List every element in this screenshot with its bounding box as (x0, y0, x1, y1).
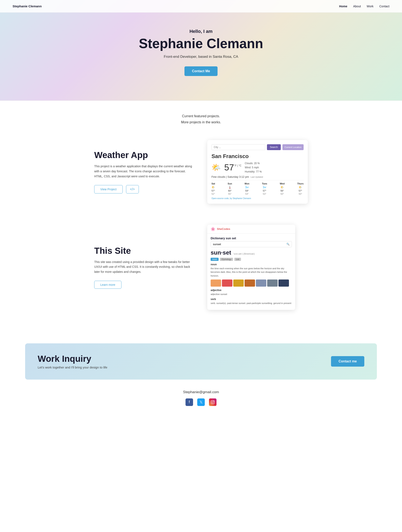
weather-buttons: View Project </> (94, 185, 195, 193)
dict-img-1 (211, 279, 221, 287)
forecast-tues: Tues 🌬️ 57° 53° (262, 182, 267, 195)
weather-mockup-card: Search Current Location San Francisco 🌤️… (207, 140, 308, 204)
dict-tag-list: List (234, 258, 241, 261)
dict-def-noun: the time each evening when the sun goes … (211, 267, 292, 278)
weather-search-row: Search Current Location (211, 144, 304, 150)
forecast-sun: Sun 🌡️ 60° 55° (228, 182, 232, 195)
this-site-title: This Site (94, 246, 195, 256)
dict-title: Dictionary sun set (211, 237, 292, 240)
twitter-icon[interactable]: 𝕏 (197, 399, 205, 406)
weather-forecast: Sat 🌤️ 57° 52° Sun 🌡️ 60° 55° Mon 🌬️ 59°… (211, 182, 304, 195)
nav-logo[interactable]: Stephanie Clemann (13, 4, 42, 8)
dict-search-icon: 🔍 (284, 241, 292, 247)
weather-app-section: Weather App This project is a weather ap… (86, 132, 316, 212)
contact-hero-button[interactable]: Contact Me (185, 66, 217, 76)
dict-word-big: sun·set (211, 249, 231, 256)
navbar: Stephanie Clemann Home About Work Contac… (0, 0, 402, 13)
nav-contact[interactable]: Contact (379, 5, 389, 8)
dict-logo-icon: 🌸 (211, 227, 215, 231)
weather-clouds: Clouds: 20 % (245, 161, 262, 165)
weather-icon: 🌤️ (211, 163, 221, 172)
dict-img-2 (222, 279, 232, 287)
this-site-desc: This site was created using a provided d… (94, 260, 195, 274)
inquiry-title: Work Inquiry (38, 354, 107, 364)
dict-pos-adj: adjective (211, 289, 292, 292)
hero-subtitle: Front-end Developer, based in Santa Rosa… (164, 55, 238, 59)
dict-mockup-wrap: 🌸 SheCodes Dictionary sun set 🔍 sun·set … (207, 225, 308, 310)
dict-word-phonetic: ˈsʌn.set | (American) (233, 253, 255, 255)
dict-logo-text: SheCodes (217, 227, 230, 230)
dict-def-verb: verb. sunset(s). past-tense sunset. past… (211, 302, 292, 305)
dict-tag-noun: noun (211, 258, 219, 261)
forecast-sat: Sat 🌤️ 57° 52° (211, 182, 215, 195)
weather-humidity: Humidity: 77 % (245, 170, 262, 174)
learn-more-button[interactable]: Learn more (94, 281, 121, 289)
dict-header: 🌸 SheCodes (207, 225, 295, 234)
dict-card: 🌸 SheCodes Dictionary sun set 🔍 sun·set … (207, 225, 295, 310)
nav-work[interactable]: Work (367, 5, 373, 8)
weather-main-row: 🌤️ 57 °F | °C Clouds: 20 % Wind: 5 mph H… (211, 161, 304, 174)
dict-def-adj: adjective sunset (211, 292, 292, 296)
dict-img-7 (279, 279, 289, 287)
inquiry-subtitle: Let's work together and I'll bring your … (38, 366, 107, 369)
dict-word-row: sun·set ˈsʌn.set | (American) (211, 249, 292, 257)
weather-app-text: Weather App This project is a weather ap… (94, 150, 195, 193)
footer-social: f 𝕏 (4, 399, 398, 406)
nav-home[interactable]: Home (339, 5, 347, 8)
dict-search-row: 🔍 (211, 241, 292, 247)
weather-app-mockup: Search Current Location San Francisco 🌤️… (207, 140, 308, 204)
dict-img-4 (245, 279, 255, 287)
dict-search-input[interactable] (211, 241, 284, 247)
weather-city: San Francisco (211, 153, 304, 159)
dict-images (211, 279, 292, 287)
weather-app-title: Weather App (94, 150, 195, 160)
dict-pos-noun: noun (211, 263, 292, 266)
weather-temp: 57 (224, 163, 234, 172)
projects-intro: Current featured projects. More projects… (0, 101, 402, 132)
weather-source[interactable]: Open-source code, by Stephanie Clemann (211, 197, 304, 200)
work-inquiry-wrapper: Work Inquiry Let's work together and I'l… (0, 318, 402, 380)
weather-search-input[interactable] (211, 144, 265, 150)
facebook-icon[interactable]: f (185, 399, 193, 406)
projects-intro-line2: More projects in the works. (4, 119, 398, 125)
forecast-mon: Mon 🌬️ 59° 54° (245, 182, 249, 195)
weather-unit: °F | °C (234, 164, 241, 167)
forecast-wed: Wed 🌤️ 56° 50° (280, 182, 285, 195)
dict-body: Dictionary sun set 🔍 sun·set ˈsʌn.set | … (207, 234, 295, 310)
nav-about[interactable]: About (353, 5, 361, 8)
hero-hello: Hello, I am (190, 29, 212, 34)
forecast-thurs: Thurs 🌤️ 57° 50° (297, 182, 304, 195)
weather-code-button[interactable]: </> (126, 185, 139, 193)
weather-wind: Wind: 5 mph (245, 165, 262, 170)
footer-email[interactable]: Stephanie@gmail.com (4, 390, 398, 394)
dict-img-3 (233, 279, 244, 287)
hero-section: Hello, I am Stephanie Clemann Front-end … (0, 0, 402, 101)
hero-name: Stephanie Clemann (139, 36, 263, 51)
weather-view-button[interactable]: View Project (94, 185, 123, 193)
dict-img-5 (256, 279, 266, 287)
inquiry-text: Work Inquiry Let's work together and I'l… (38, 354, 107, 369)
footer: Stephanie@gmail.com f 𝕏 (0, 380, 402, 414)
dict-pos-verb: verb (211, 298, 292, 301)
nav-links: Home About Work Contact (339, 5, 389, 8)
dictionary-section: 🌸 SheCodes Dictionary sun set 🔍 sun·set … (86, 216, 316, 318)
instagram-icon[interactable] (209, 399, 217, 406)
dict-tag-etymology: Etymology (220, 258, 233, 261)
dict-img-6 (267, 279, 278, 287)
weather-search-button[interactable]: Search (267, 144, 281, 150)
work-inquiry-section: Work Inquiry Let's work together and I'l… (25, 343, 377, 380)
weather-condition: Few clouds | Saturday 3:12 pm Last Updat… (211, 175, 304, 180)
weather-temp-display: 57 °F | °C (224, 163, 241, 172)
weather-location-button[interactable]: Current Location (282, 144, 304, 150)
projects-intro-line1: Current featured projects. (4, 113, 398, 119)
weather-details: Clouds: 20 % Wind: 5 mph Humidity: 77 % (245, 161, 262, 174)
weather-app-desc: This project is a weather application th… (94, 164, 195, 179)
contact-inquiry-button[interactable]: Contact me (331, 356, 364, 367)
this-site-text: This Site This site was created using a … (94, 246, 195, 289)
dict-tags: noun Etymology List (211, 258, 292, 261)
